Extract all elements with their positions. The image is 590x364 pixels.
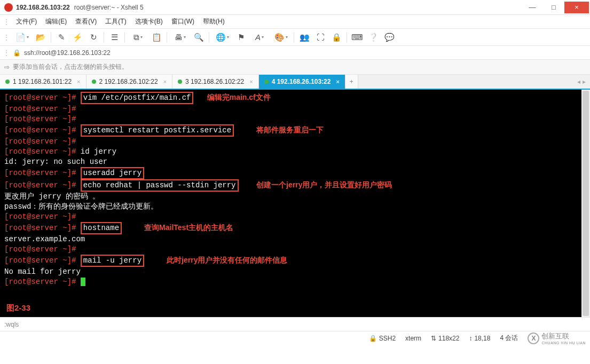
menu-help[interactable]: 帮助(H) — [200, 16, 228, 27]
printer-icon[interactable]: 🖶▾ — [170, 30, 190, 44]
cmd-useradd: useradd jerry — [81, 167, 144, 179]
tab-3[interactable]: 3 192.168.26.102:22 × — [172, 75, 259, 89]
properties-icon[interactable]: ☰ — [107, 30, 122, 44]
tab-close-icon[interactable]: × — [163, 78, 167, 85]
font-icon[interactable]: A▾ — [249, 30, 270, 44]
output-passwd1: 更改用户 jerry 的密码 。 — [4, 192, 586, 202]
address-url[interactable]: ssh://root@192.168.26.103:22 — [24, 49, 111, 57]
menu-bar: ⋮ 文件(F) 编辑(E) 查看(V) 工具(T) 选项卡(B) 窗口(W) 帮… — [0, 15, 590, 29]
status-dot-icon — [178, 80, 182, 84]
fullscreen-icon[interactable]: ⛶ — [313, 30, 328, 44]
terminal[interactable]: [root@server ~]# vim /etc/postfix/main.c… — [0, 90, 590, 317]
flag-icon[interactable]: ⚑ — [233, 30, 248, 44]
menu-edit[interactable]: 编辑(E) — [42, 16, 70, 27]
tabs-prev-icon[interactable]: ◂ — [577, 78, 580, 85]
status-dot-icon — [5, 80, 10, 84]
tab-label: 2 192.168.26.102:22 — [99, 78, 158, 85]
toolbar: ⋮ 📄▾ 📂 ✎ ⚡ ↻ ☰ ⧉▾ 📋 🖶▾ 🔍 🌐▾ ⚑ A▾ 🎨▾ 👥 ⛶ … — [0, 29, 590, 46]
copy-icon[interactable]: ⧉▾ — [128, 30, 148, 44]
minimize-button[interactable]: — — [522, 2, 543, 13]
users-icon[interactable]: 👥 — [297, 30, 312, 44]
cmd-vim: vim /etc/postfix/main.cf — [81, 92, 194, 104]
brand-watermark: X 创新互联 CHUANG XIN HU LIAN — [528, 331, 586, 345]
cmd-passwd: echo redhat | passwd --stdin jerry — [81, 179, 239, 192]
status-bar: 🔒SSH2 xterm ⇅118x22 ↕18,18 4 会话 X 创新互联 C… — [0, 331, 590, 345]
paste-icon[interactable]: 📋 — [149, 30, 164, 44]
palette-icon[interactable]: 🎨▾ — [271, 30, 291, 44]
menu-tabs[interactable]: 选项卡(B) — [132, 16, 166, 27]
output-id: id: jerry: no such user — [4, 157, 586, 167]
compose-icon[interactable]: ✎ — [54, 30, 69, 44]
figure-label: 图2-33 — [6, 303, 30, 313]
address-bar: ⋮ 🔒 ssh://root@192.168.26.103:22 — [0, 46, 590, 60]
tab-close-icon[interactable]: × — [249, 78, 253, 85]
tabs-next-icon[interactable]: ▸ — [583, 78, 586, 85]
brand-logo-icon: X — [528, 333, 539, 344]
lock-icon[interactable]: 🔒 — [329, 30, 344, 44]
annot-restart: 将邮件服务重启一下 — [256, 125, 324, 134]
window-address: 192.168.26.103:22 — [16, 4, 70, 11]
new-doc-icon[interactable]: 📄▾ — [12, 30, 32, 44]
size-arrows-icon: ⇅ — [431, 335, 436, 342]
annot-maincf: 编辑完main.cf文件 — [207, 93, 271, 101]
reconnect-icon[interactable]: ↻ — [86, 30, 101, 44]
tab-label: 1 192.168.26.101:22 — [13, 78, 72, 85]
status-size: 118x22 — [438, 335, 459, 342]
pos-arrows-icon: ↕ — [469, 335, 472, 342]
addr-grip-icon: ⋮ — [3, 49, 10, 57]
menu-view[interactable]: 查看(V) — [72, 16, 100, 27]
help-icon[interactable]: ❔ — [366, 30, 381, 44]
chat-icon[interactable]: 💬 — [382, 30, 397, 44]
command-input-text: :wqls — [4, 321, 19, 328]
ssh-lock-icon: 🔒 — [369, 335, 377, 342]
cmd-id: id jerry — [81, 147, 116, 156]
hint-text: 要添加当前会话，点击左侧的箭头按钮。 — [13, 62, 128, 72]
close-button[interactable]: × — [564, 2, 589, 13]
annot-mail: 此时jerry用户并没有任何的邮件信息 — [167, 256, 287, 264]
toolbar-grip-icon: ⋮ — [3, 34, 10, 41]
tab-1[interactable]: 1 192.168.26.101:22 × — [0, 75, 86, 89]
output-passwd2: passwd：所有的身份验证令牌已经成功更新。 — [4, 202, 586, 212]
status-position: 18,18 — [474, 335, 490, 342]
brand-main: 创新互联 — [541, 331, 586, 341]
terminal-scrollbar[interactable] — [581, 90, 590, 317]
annot-hostname: 查询MailTest主机的主机名 — [144, 223, 233, 232]
status-dot-icon — [92, 80, 96, 84]
tab-4[interactable]: 4 192.168.26.103:22 × — [259, 75, 345, 89]
status-term: xterm — [405, 335, 421, 342]
status-dot-icon — [264, 80, 269, 84]
globe-icon[interactable]: 🌐▾ — [212, 30, 232, 44]
command-input-bar[interactable]: :wqls — [0, 317, 590, 331]
search-icon[interactable]: 🔍 — [191, 30, 206, 44]
title-bar: 192.168.26.103:22 root@server:~ - Xshell… — [0, 0, 590, 15]
app-icon — [4, 3, 13, 12]
brand-sub: CHUANG XIN HU LIAN — [541, 341, 586, 345]
cmd-hostname: hostname — [81, 222, 122, 234]
keyboard-icon[interactable]: ⌨ — [350, 30, 365, 44]
status-sessions: 4 会话 — [500, 334, 518, 343]
output-mail: No mail for jerry — [4, 267, 586, 277]
tab-close-icon[interactable]: × — [336, 78, 339, 85]
cmd-restart: systemctl restart postfix.service — [81, 124, 234, 137]
tab-add-button[interactable]: + — [345, 75, 358, 89]
annot-createuser: 创建一个jerry用户，并且设置好用户密码 — [256, 180, 392, 189]
maximize-button[interactable]: □ — [543, 2, 564, 13]
menu-window[interactable]: 窗口(W) — [168, 16, 198, 27]
open-folder-icon[interactable]: 📂 — [33, 30, 48, 44]
menu-file[interactable]: 文件(F) — [13, 16, 40, 27]
window-title: root@server:~ - Xshell 5 — [74, 4, 144, 11]
ssh-lock-icon: 🔒 — [13, 49, 21, 57]
tab-label: 4 192.168.26.103:22 — [272, 78, 331, 85]
output-hostname: server.example.com — [4, 234, 586, 244]
tab-2[interactable]: 2 192.168.26.102:22 × — [86, 75, 173, 89]
cursor-icon — [81, 278, 85, 286]
tabs-nav: ◂ ▸ — [573, 75, 590, 89]
menu-grip-icon: ⋮ — [3, 18, 10, 26]
status-ssh: SSH2 — [379, 335, 396, 342]
hint-arrow-icon[interactable]: ⇨ — [4, 64, 10, 71]
save-lightning-icon[interactable]: ⚡ — [70, 30, 85, 44]
tab-close-icon[interactable]: × — [77, 78, 80, 85]
hint-bar: ⇨ 要添加当前会话，点击左侧的箭头按钮。 — [0, 60, 590, 75]
tab-label: 3 192.168.26.102:22 — [185, 78, 244, 85]
menu-tools[interactable]: 工具(T) — [102, 16, 129, 27]
